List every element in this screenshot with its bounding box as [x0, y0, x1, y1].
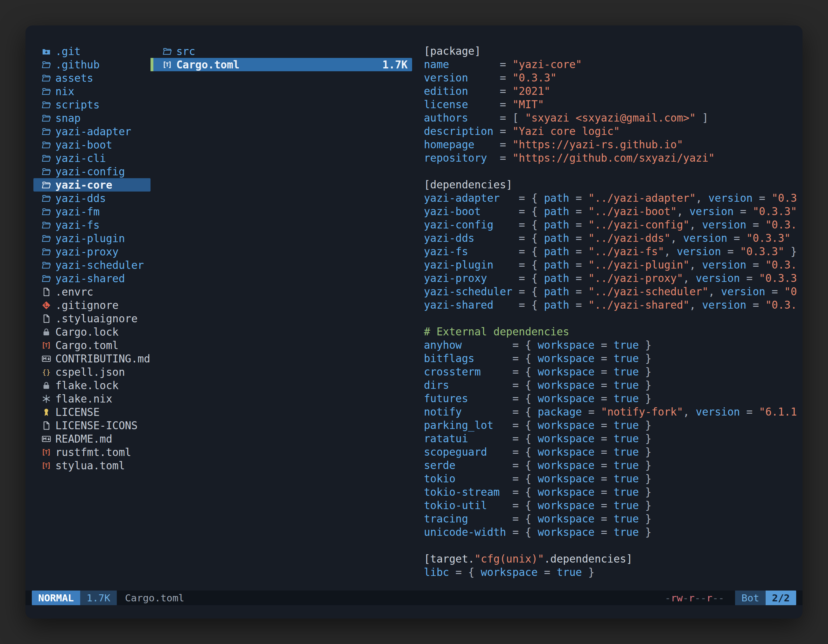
- preview-line: version = "0.3.3": [424, 71, 800, 85]
- file-row[interactable]: yazi-fs: [33, 218, 151, 232]
- git-folder-icon: [41, 47, 51, 56]
- preview-line: yazi-dds = { path = "../yazi-dds", versi…: [424, 232, 800, 245]
- preview-line: tokio-util = { workspace = true }: [424, 499, 800, 512]
- folder-icon: [41, 154, 51, 163]
- file-name: .gitignore: [55, 299, 119, 312]
- file-name: yazi-cli: [55, 152, 106, 165]
- markdown-icon: [41, 354, 51, 364]
- file-name: .styluaignore: [55, 312, 138, 325]
- preview-line: yazi-plugin = { path = "../yazi-plugin",…: [424, 259, 800, 272]
- preview-line: ratatui = { workspace = true }: [424, 432, 800, 445]
- file-row[interactable]: flake.nix: [33, 392, 151, 405]
- file-row[interactable]: assets: [33, 71, 151, 85]
- folder-icon: [41, 207, 51, 217]
- file-name: Cargo.toml: [176, 58, 240, 71]
- parent-pane: .git.githubassetsnixscriptssnapyazi-adap…: [25, 45, 151, 589]
- file-row[interactable]: scripts: [33, 98, 151, 111]
- file-name: yazi-boot: [55, 139, 112, 151]
- folder-icon: [41, 127, 51, 136]
- file-row[interactable]: LICENSE: [33, 405, 151, 419]
- folder-icon: [41, 220, 51, 230]
- current-pane: srcCargo.toml1.7K: [151, 45, 412, 589]
- preview-line: homepage = "https://yazi-rs.github.io": [424, 138, 800, 152]
- file-name: snap: [55, 112, 80, 124]
- file-name: yazi-core: [55, 179, 112, 191]
- file-name: nix: [55, 85, 74, 98]
- file-row[interactable]: LICENSE-ICONS: [33, 419, 151, 432]
- file-row[interactable]: yazi-dds: [33, 191, 151, 205]
- file-row[interactable]: .styluaignore: [33, 312, 151, 325]
- cursor-marker: [151, 45, 154, 58]
- file-row[interactable]: .git: [33, 45, 151, 58]
- preview-line: parking_lot = { workspace = true }: [424, 419, 800, 432]
- file-row[interactable]: README.md: [33, 432, 151, 445]
- file-name: yazi-plugin: [55, 232, 125, 245]
- file-row[interactable]: yazi-plugin: [33, 232, 151, 245]
- preview-line: license = "MIT": [424, 98, 800, 111]
- folder-icon: [41, 247, 51, 257]
- file-row[interactable]: yazi-scheduler: [33, 259, 151, 272]
- preview-line: authors = [ "sxyazi <sxyazi@gmail.com>" …: [424, 111, 800, 125]
- file-row[interactable]: yazi-core: [33, 178, 151, 191]
- file-name: stylua.toml: [55, 459, 125, 472]
- file-row[interactable]: Cargo.toml1.7K: [151, 58, 412, 71]
- file-permissions: -rw-r--r--: [665, 591, 724, 605]
- file-row[interactable]: src: [151, 45, 412, 58]
- terminal-window: .git.githubassetsnixscriptssnapyazi-adap…: [25, 25, 803, 619]
- file-row[interactable]: yazi-fm: [33, 205, 151, 218]
- file-row[interactable]: yazi-shared: [33, 272, 151, 285]
- preview-line: libc = { workspace = true }: [424, 566, 800, 579]
- file-row[interactable]: nix: [33, 85, 151, 98]
- file-row[interactable]: CONTRIBUTING.md: [33, 352, 151, 365]
- file-row[interactable]: yazi-adapter: [33, 125, 151, 138]
- folder-icon: [41, 260, 51, 270]
- file-row[interactable]: yazi-proxy: [33, 245, 151, 259]
- file-row[interactable]: .envrc: [33, 285, 151, 298]
- preview-line: edition = "2021": [424, 85, 800, 98]
- file-row[interactable]: .gitignore: [33, 298, 151, 312]
- file-row[interactable]: stylua.toml: [33, 459, 151, 472]
- preview-pane: [package]name = "yazi-core"version = "0.…: [424, 45, 803, 589]
- file-name: Cargo.toml: [55, 339, 119, 352]
- file-row[interactable]: {}cspell.json: [33, 365, 151, 379]
- folder-icon: [41, 113, 51, 123]
- folder-icon: [41, 274, 51, 284]
- preview-line: [424, 165, 800, 178]
- file-row[interactable]: snap: [33, 111, 151, 125]
- preview-line: [dependencies]: [424, 178, 800, 191]
- file-icon: [41, 421, 51, 431]
- file-name: LICENSE: [55, 406, 100, 418]
- file-manager-panes: .git.githubassetsnixscriptssnapyazi-adap…: [25, 45, 803, 589]
- git-icon: [41, 300, 51, 310]
- file-size-badge: 1.7K: [80, 591, 117, 605]
- folder-icon: [41, 180, 51, 190]
- file-row[interactable]: flake.lock: [33, 379, 151, 392]
- file-row[interactable]: yazi-boot: [33, 138, 151, 152]
- mode-badge: NORMAL: [32, 591, 80, 605]
- preview-line: name = "yazi-core": [424, 58, 800, 71]
- file-row[interactable]: .github: [33, 58, 151, 71]
- folder-icon: [162, 47, 172, 56]
- braces-icon: {}: [41, 367, 51, 377]
- scroll-position-badge: Bot: [735, 591, 765, 605]
- file-name: yazi-adapter: [55, 125, 131, 138]
- folder-icon: [41, 193, 51, 203]
- file-icon: [41, 314, 51, 324]
- file-name: flake.nix: [55, 393, 112, 405]
- file-row[interactable]: rustfmt.toml: [33, 445, 151, 459]
- svg-text:{}: {}: [42, 368, 50, 376]
- folder-icon: [41, 60, 51, 70]
- file-row[interactable]: yazi-cli: [33, 152, 151, 165]
- cursor-marker: [151, 58, 154, 71]
- preview-line: anyhow = { workspace = true }: [424, 338, 800, 352]
- preview-line: tokio = { workspace = true }: [424, 472, 800, 486]
- file-row[interactable]: yazi-config: [33, 165, 151, 178]
- preview-line: [package]: [424, 45, 800, 58]
- preview-line: notify = { package = "notify-fork", vers…: [424, 405, 800, 419]
- file-row[interactable]: Cargo.lock: [33, 325, 151, 338]
- folder-icon: [41, 140, 51, 150]
- preview-line: yazi-scheduler = { path = "../yazi-sched…: [424, 285, 800, 298]
- preview-line: futures = { workspace = true }: [424, 392, 800, 405]
- toml-icon: [162, 60, 172, 70]
- file-row[interactable]: Cargo.toml: [33, 338, 151, 352]
